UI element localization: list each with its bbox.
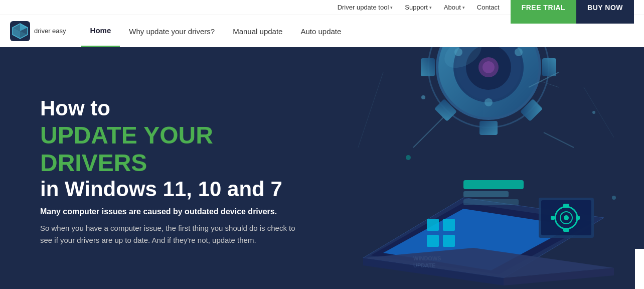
- svg-point-58: [592, 111, 595, 114]
- main-nav-links: Home Why update your drivers? Manual upd…: [81, 15, 634, 47]
- svg-rect-39: [443, 235, 455, 247]
- svg-rect-56: [463, 199, 519, 205]
- about-label: About: [444, 4, 461, 11]
- chevron-down-icon: ▾: [462, 5, 465, 10]
- main-nav-bar: driver easy Home Why update your drivers…: [0, 15, 644, 47]
- nav-manual-update-label: Manual update: [233, 27, 282, 36]
- svg-point-28: [482, 61, 495, 73]
- contact-label: Contact: [477, 4, 500, 11]
- svg-rect-55: [463, 191, 509, 197]
- svg-line-32: [544, 132, 574, 148]
- svg-rect-54: [463, 180, 524, 189]
- support-label: Support: [405, 4, 428, 11]
- hero-illustration: WINDOWS UPDATE: [331, 47, 644, 289]
- chevron-down-icon: ▾: [390, 5, 393, 10]
- site-header: Driver update tool ▾ Support ▾ About ▾ C…: [0, 0, 644, 47]
- support-link[interactable]: Support ▾: [399, 0, 438, 15]
- top-nav: Driver update tool ▾ Support ▾ About ▾ C…: [10, 0, 511, 15]
- svg-rect-36: [427, 219, 439, 231]
- nav-home-label: Home: [90, 26, 111, 35]
- scrollbar-area: [635, 249, 644, 289]
- top-bar: Driver update tool ▾ Support ▾ About ▾ C…: [0, 0, 644, 15]
- svg-rect-52: [551, 216, 555, 220]
- svg-rect-17: [421, 58, 435, 76]
- nav-auto-update[interactable]: Auto update: [291, 15, 350, 47]
- svg-rect-37: [443, 219, 455, 231]
- about-link[interactable]: About ▾: [438, 0, 471, 15]
- hero-title: How to UPDATE YOUR DRIVERS in Windows 11…: [40, 96, 301, 202]
- contact-link[interactable]: Contact: [471, 0, 506, 15]
- hero-section: How to UPDATE YOUR DRIVERS in Windows 11…: [0, 47, 644, 289]
- driver-update-tool-label: Driver update tool: [338, 4, 389, 11]
- hero-bold-paragraph: Many computer issues are caused by outda…: [40, 207, 301, 216]
- hero-line1: How to: [40, 96, 110, 120]
- hero-gear-illustration: WINDOWS UPDATE: [333, 47, 644, 289]
- svg-point-57: [421, 95, 425, 99]
- logo-link[interactable]: driver easy: [10, 21, 66, 41]
- svg-rect-50: [563, 204, 569, 208]
- logo-text: driver easy: [34, 27, 66, 35]
- nav-auto-update-label: Auto update: [300, 27, 341, 36]
- logo-icon: [10, 21, 30, 41]
- nav-why-update-label: Why update your drivers?: [129, 27, 215, 36]
- hero-body-paragraph: So when you have a computer issue, the f…: [40, 222, 301, 246]
- svg-point-60: [612, 196, 616, 200]
- svg-rect-15: [479, 121, 498, 135]
- nav-manual-update[interactable]: Manual update: [224, 15, 291, 47]
- svg-rect-38: [427, 235, 439, 247]
- svg-rect-13: [542, 58, 556, 76]
- svg-rect-51: [563, 228, 569, 232]
- svg-point-49: [564, 215, 569, 220]
- svg-rect-53: [576, 216, 580, 220]
- chevron-down-icon: ▾: [429, 5, 432, 10]
- hero-line2: UPDATE YOUR DRIVERS: [40, 122, 213, 176]
- svg-line-7: [358, 72, 383, 148]
- nav-home[interactable]: Home: [81, 15, 120, 47]
- driver-update-tool-link[interactable]: Driver update tool ▾: [332, 0, 399, 15]
- svg-line-30: [413, 117, 443, 148]
- hero-line3: in Windows 11, 10 and 7: [40, 177, 282, 201]
- nav-why-update[interactable]: Why update your drivers?: [120, 15, 224, 47]
- hero-content: How to UPDATE YOUR DRIVERS in Windows 11…: [0, 47, 331, 289]
- svg-point-25: [515, 48, 523, 56]
- svg-point-26: [485, 98, 493, 106]
- svg-point-59: [406, 155, 411, 160]
- svg-line-8: [584, 87, 614, 137]
